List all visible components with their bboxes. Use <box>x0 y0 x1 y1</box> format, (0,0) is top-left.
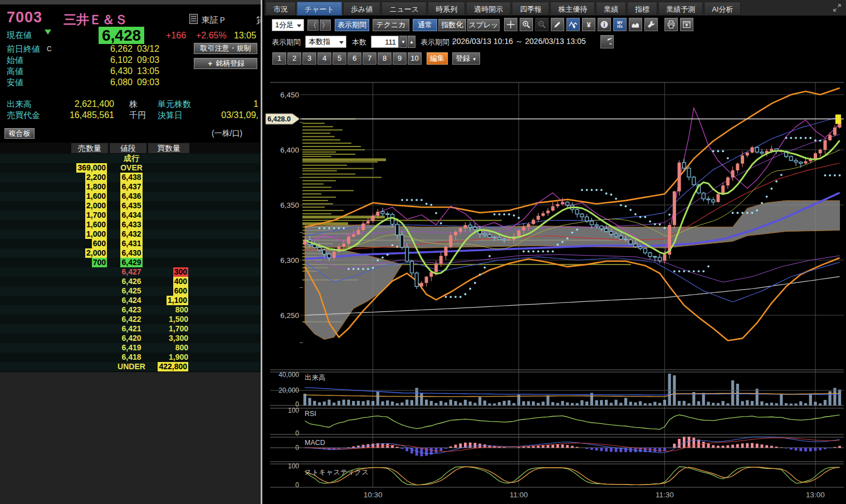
svg-text:MY: MY <box>617 21 623 25</box>
preset-button-8[interactable]: 8 <box>378 52 392 65</box>
preset-button-3[interactable]: 3 <box>302 52 316 65</box>
order-book-row[interactable]: 6,425600 <box>0 286 261 296</box>
prev-button[interactable]: 〈 <box>307 19 319 31</box>
svg-text:20,000: 20,000 <box>278 386 299 394</box>
order-book-row[interactable]: 成行 <box>0 154 261 163</box>
tab-時系列[interactable]: 時系列 <box>428 2 465 16</box>
next-button[interactable]: 〉 <box>320 19 331 31</box>
my-indicator-icon: MY <box>615 20 624 29</box>
tab-指標[interactable]: 指標 <box>627 2 657 16</box>
tab-チャート[interactable]: チャート <box>297 2 342 16</box>
order-book-row[interactable]: 6006,431 <box>0 239 261 248</box>
composite-board-button[interactable]: 複合板 <box>4 128 35 139</box>
price-chart[interactable]: 6,428.06,4506,4006,3506,3006,25040,00020… <box>265 67 846 504</box>
svg-text:RSI: RSI <box>305 410 316 418</box>
crosshair-button[interactable] <box>504 18 517 31</box>
display-period-button[interactable]: 表示期間 <box>335 19 369 31</box>
order-book-row[interactable]: 1,8006,437 <box>0 182 261 192</box>
period-row: 表示期間 本数指定 本数 ▼ ▲ 表示期間： 2026/03/13 10:16 … <box>265 33 846 50</box>
tab-ニュース[interactable]: ニュース <box>382 2 427 16</box>
order-book-row[interactable]: 1,6006,436 <box>0 192 261 201</box>
order-book-row[interactable]: 369,000OVER <box>0 163 261 173</box>
panel-splitter[interactable] <box>261 0 262 504</box>
printer-button[interactable] <box>664 18 678 31</box>
order-book-row[interactable]: 6,4181,900 <box>0 353 261 362</box>
per-share-note: (一株/口) <box>212 129 242 139</box>
price-level: OVER <box>111 163 152 173</box>
preset-button-6[interactable]: 6 <box>348 52 361 65</box>
order-book-row[interactable]: 6,4221,500 <box>0 315 261 324</box>
tab-AI分析[interactable]: AI分析 <box>704 2 741 16</box>
order-book-row[interactable]: 6,4211,700 <box>0 324 261 334</box>
my-indicator-button[interactable]: MY <box>613 18 627 31</box>
order-book-row[interactable]: UNDER422,800 <box>0 362 261 371</box>
spread-mode-button[interactable]: スプレッド <box>467 19 500 31</box>
price-level: 成行 <box>111 154 152 163</box>
bar-count-input[interactable] <box>371 36 399 48</box>
zoom-out-button[interactable] <box>535 18 549 31</box>
order-book-row[interactable]: 6,426400 <box>0 277 261 286</box>
order-book-row[interactable]: 6,423800 <box>0 305 261 315</box>
tab-適時開示[interactable]: 適時開示 <box>466 2 511 16</box>
trade-caution-button[interactable]: 取引注意・規制 <box>194 43 257 54</box>
pencil-button[interactable] <box>551 18 564 31</box>
technical-button[interactable]: テクニカル <box>373 19 409 31</box>
tab-株主優待[interactable]: 株主優待 <box>550 2 595 16</box>
interval-select[interactable]: 1分足 <box>272 19 304 31</box>
tab-四季報[interactable]: 四季報 <box>512 2 549 16</box>
order-book-row[interactable]: 7006,429 <box>0 258 261 267</box>
printer-icon <box>667 20 676 29</box>
sell-qty: 1,600 <box>22 220 107 229</box>
preset-button-7[interactable]: 7 <box>363 52 376 65</box>
preset-button-9[interactable]: 9 <box>393 52 407 65</box>
order-book-row[interactable]: 6,4203,300 <box>0 334 261 343</box>
order-book-row[interactable]: 1,0006,432 <box>0 229 261 239</box>
reset-view-button[interactable] <box>600 35 614 48</box>
wrench-button[interactable] <box>644 18 658 31</box>
preset-button-10[interactable]: 10 <box>408 52 422 65</box>
order-book-row[interactable]: 6,427300 <box>0 267 261 277</box>
svg-text:10:30: 10:30 <box>364 491 383 499</box>
tab-業績[interactable]: 業績 <box>596 2 626 16</box>
turnover-value: 16,485,561 <box>33 110 114 120</box>
svg-text:11:30: 11:30 <box>656 491 674 499</box>
order-book-row[interactable]: 6,4241,100 <box>0 296 261 305</box>
zoom-out-icon <box>537 20 546 29</box>
tab-業績予測[interactable]: 業績予測 <box>658 2 703 16</box>
normal-mode-button[interactable]: 通常 <box>413 19 437 31</box>
area-chart-button[interactable] <box>629 18 642 31</box>
order-book-row[interactable]: 2,2006,438 <box>0 173 261 182</box>
preset-button-2[interactable]: 2 <box>287 52 301 65</box>
svg-text:0: 0 <box>295 429 299 437</box>
line-tool-button[interactable] <box>566 18 580 31</box>
order-book-row[interactable]: 2,0006,430 <box>0 248 261 258</box>
info-button[interactable]: i <box>598 18 611 31</box>
order-book-row[interactable]: 2,0006,435 <box>0 201 261 211</box>
buy-qty: 1,900 <box>145 353 188 362</box>
unit-shares-value: 1 <box>201 99 258 109</box>
yen-button[interactable]: ¥ <box>582 18 595 31</box>
preset-button-5[interactable]: 5 <box>332 52 346 65</box>
count-up-spinner[interactable]: ▲ <box>408 36 415 48</box>
buy-qty: 422,800 <box>145 362 188 371</box>
svg-text:6,250: 6,250 <box>280 311 299 320</box>
tab-歩み値[interactable]: 歩み値 <box>343 2 380 16</box>
indexed-mode-button[interactable]: 指数化 <box>438 19 466 31</box>
order-book-row[interactable]: 1,7006,434 <box>0 211 261 220</box>
undo-icon <box>603 37 612 46</box>
export-button[interactable] <box>680 18 693 31</box>
order-book-row[interactable]: 1,6006,433 <box>0 220 261 229</box>
svg-text:出来高: 出来高 <box>305 374 326 381</box>
preset-button-4[interactable]: 4 <box>317 52 331 65</box>
order-book-row[interactable]: 6,419800 <box>0 343 261 353</box>
preset-button-1[interactable]: 1 <box>272 52 286 65</box>
count-down-spinner[interactable]: ▼ <box>399 36 407 48</box>
zoom-in-button[interactable] <box>520 18 533 31</box>
period-mode-select[interactable]: 本数指定 <box>305 36 346 48</box>
expand-icon[interactable] <box>833 3 842 12</box>
tab-市況[interactable]: 市況 <box>266 2 296 16</box>
register-symbol-button[interactable]: ＋ 銘柄登録 <box>194 58 257 69</box>
edit-preset-button[interactable]: 編集 <box>427 52 448 65</box>
sell-qty: 1,700 <box>22 211 107 220</box>
register-preset-button[interactable]: 登録 ▼ <box>452 52 480 65</box>
